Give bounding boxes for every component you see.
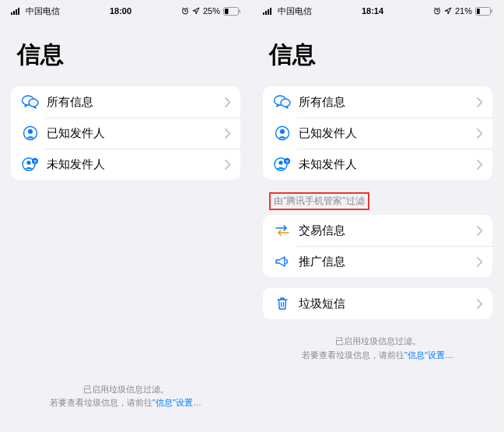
signal-icon bbox=[11, 7, 23, 15]
chevron-right-icon bbox=[477, 160, 483, 170]
location-icon bbox=[444, 7, 452, 15]
footer-line2-prefix: 若要查看垃圾信息，请前往 bbox=[50, 398, 152, 407]
svg-point-15 bbox=[28, 129, 33, 134]
footer-settings-link[interactable]: "信息"设置… bbox=[152, 398, 201, 407]
svg-rect-3 bbox=[18, 8, 19, 15]
filter-unknown-senders[interactable]: ? 未知发件人 bbox=[11, 149, 240, 180]
battery-icon bbox=[223, 7, 240, 16]
filter-transactions[interactable]: 交易信息 bbox=[263, 215, 492, 246]
signal-icon bbox=[263, 7, 275, 15]
filter-promotions[interactable]: 推广信息 bbox=[263, 246, 492, 277]
svg-point-35 bbox=[280, 129, 285, 134]
carrier-label: 中国电信 bbox=[26, 5, 60, 17]
svg-point-13 bbox=[29, 99, 38, 107]
filter-all-messages[interactable]: 所有信息 bbox=[263, 86, 492, 118]
filter-junk[interactable]: 垃圾短信 bbox=[263, 288, 492, 319]
footer-note: 已启用垃圾信息过滤。 若要查看垃圾信息，请前往"信息"设置… bbox=[0, 383, 251, 410]
location-icon bbox=[192, 7, 200, 15]
svg-rect-0 bbox=[11, 12, 12, 15]
person-unknown-icon: ? bbox=[272, 156, 292, 173]
svg-rect-23 bbox=[270, 8, 271, 15]
megaphone-icon bbox=[272, 253, 292, 270]
filter-unknown-senders[interactable]: ? 未知发件人 bbox=[263, 149, 492, 180]
chevron-right-icon bbox=[477, 299, 483, 309]
chat-bubbles-icon bbox=[20, 93, 40, 111]
filtered-category-group: 交易信息 推广信息 bbox=[263, 215, 492, 277]
footer-settings-link[interactable]: "信息"设置… bbox=[404, 350, 453, 360]
chevron-right-icon bbox=[477, 257, 483, 267]
list-item-label: 垃圾短信 bbox=[299, 297, 477, 311]
chevron-right-icon bbox=[225, 128, 231, 139]
footer-line1: 已启用垃圾信息过滤。 bbox=[283, 335, 472, 349]
chevron-right-icon bbox=[225, 160, 231, 170]
person-known-icon bbox=[272, 125, 292, 142]
svg-line-27 bbox=[434, 8, 436, 9]
messages-filter-group: 所有信息 已知发件人 ? 未知发件人 bbox=[11, 86, 240, 180]
chat-bubbles-icon bbox=[272, 93, 292, 111]
list-item-label: 已知发件人 bbox=[299, 126, 477, 141]
alarm-icon bbox=[181, 7, 189, 15]
clock: 18:00 bbox=[110, 6, 131, 16]
alarm-icon bbox=[433, 7, 441, 15]
chevron-right-icon bbox=[477, 226, 483, 236]
list-item-label: 已知发件人 bbox=[47, 126, 225, 141]
phone-left: 中国电信 18:00 25% 信息 所有信息 bbox=[0, 0, 252, 432]
phone-right: 中国电信 18:14 21% 信息 所有信息 bbox=[252, 0, 504, 432]
battery-label: 25% bbox=[203, 6, 220, 16]
svg-point-17 bbox=[26, 160, 30, 164]
junk-group: 垃圾短信 bbox=[263, 288, 492, 319]
svg-rect-21 bbox=[265, 11, 267, 15]
footer-line1: 已启用垃圾信息过滤。 bbox=[31, 383, 220, 397]
list-item-label: 所有信息 bbox=[47, 95, 225, 110]
page-title: 信息 bbox=[252, 19, 503, 82]
chevron-right-icon bbox=[477, 97, 483, 107]
svg-point-33 bbox=[281, 99, 290, 107]
status-bar: 中国电信 18:14 21% bbox=[252, 3, 503, 19]
svg-line-28 bbox=[439, 8, 440, 9]
status-bar: 中国电信 18:00 25% bbox=[0, 3, 251, 19]
carrier-label: 中国电信 bbox=[278, 5, 312, 17]
svg-text:?: ? bbox=[33, 160, 37, 164]
person-known-icon bbox=[20, 125, 40, 142]
list-item-label: 交易信息 bbox=[299, 223, 477, 238]
filter-provider-header: 由"腾讯手机管家"过滤 bbox=[252, 180, 503, 213]
trash-icon bbox=[272, 295, 292, 312]
page-title: 信息 bbox=[0, 19, 251, 82]
svg-rect-1 bbox=[13, 11, 15, 15]
chevron-right-icon bbox=[225, 97, 231, 107]
list-item-label: 未知发件人 bbox=[47, 157, 225, 172]
filter-known-senders[interactable]: 已知发件人 bbox=[11, 118, 240, 149]
list-item-label: 推广信息 bbox=[299, 255, 477, 269]
svg-rect-22 bbox=[268, 9, 269, 15]
clock: 18:14 bbox=[362, 6, 383, 16]
battery-label: 21% bbox=[455, 6, 472, 16]
svg-rect-11 bbox=[239, 9, 240, 12]
battery-icon bbox=[475, 7, 492, 16]
messages-filter-group: 所有信息 已知发件人 ? 未知发件人 bbox=[263, 86, 492, 180]
svg-line-8 bbox=[187, 8, 188, 9]
chevron-right-icon bbox=[477, 128, 483, 139]
list-item-label: 未知发件人 bbox=[299, 157, 477, 172]
svg-text:?: ? bbox=[285, 160, 289, 164]
list-item-label: 所有信息 bbox=[299, 95, 477, 110]
svg-rect-2 bbox=[16, 9, 17, 15]
filter-all-messages[interactable]: 所有信息 bbox=[11, 86, 240, 118]
transfer-icon bbox=[272, 222, 292, 239]
filter-known-senders[interactable]: 已知发件人 bbox=[263, 118, 492, 149]
svg-rect-10 bbox=[225, 9, 229, 14]
footer-line2-prefix: 若要查看垃圾信息，请前往 bbox=[302, 350, 404, 360]
svg-line-7 bbox=[182, 8, 184, 9]
person-unknown-icon: ? bbox=[20, 156, 40, 173]
filter-provider-label: 由"腾讯手机管家"过滤 bbox=[269, 192, 369, 210]
svg-rect-31 bbox=[491, 9, 492, 12]
svg-rect-30 bbox=[477, 9, 480, 14]
svg-point-37 bbox=[278, 160, 282, 164]
footer-note: 已启用垃圾信息过滤。 若要查看垃圾信息，请前往"信息"设置… bbox=[252, 335, 503, 362]
svg-rect-20 bbox=[263, 12, 264, 15]
